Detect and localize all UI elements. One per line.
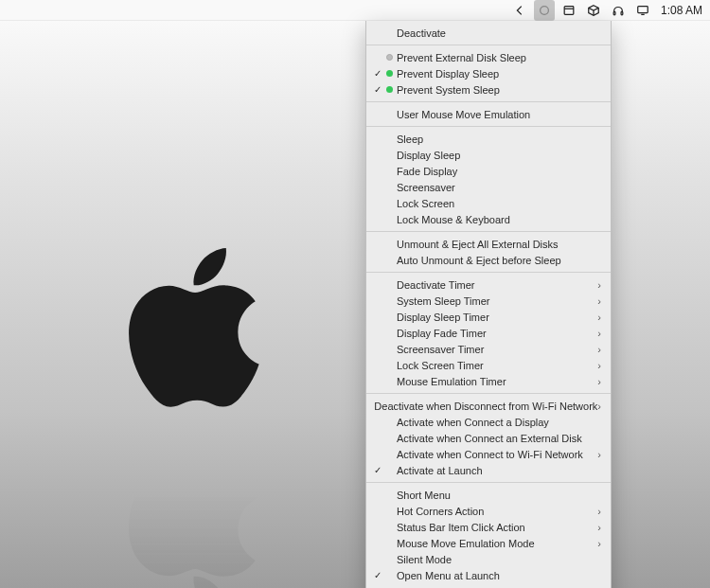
check-icon: ✓ <box>372 464 383 477</box>
chevron-right-icon: › <box>592 278 601 292</box>
menu-item[interactable]: User Mouse Move Emulation <box>366 106 611 122</box>
menu-item-label: Auto Unmount & Eject before Sleep <box>395 254 592 267</box>
menu-item[interactable]: Display Sleep Timer› <box>366 309 611 325</box>
menu-item[interactable]: Short Menu <box>366 487 611 503</box>
chevron-right-icon: › <box>592 448 601 461</box>
menu-item[interactable]: ✓Prevent Display Sleep <box>366 65 611 81</box>
menubar: 1:08 AM <box>0 0 710 21</box>
menu-item-label: Sleep <box>395 133 592 146</box>
menu-item[interactable]: Silent Mode <box>366 551 611 567</box>
menu-separator <box>366 126 611 127</box>
chevron-right-icon: › <box>597 400 601 413</box>
check-icon: ✓ <box>372 569 383 582</box>
menu-separator <box>366 231 611 232</box>
menu-item-label: Deactivate Timer <box>395 278 592 292</box>
chevron-right-icon: › <box>592 521 601 534</box>
menu-item[interactable]: Mouse Emulation Timer› <box>366 373 611 389</box>
menu-item-label: Status Bar Item Click Action <box>395 521 592 534</box>
menu-item-label: Activate when Connect to Wi-Fi Network <box>395 448 592 461</box>
menubar-display-icon[interactable] <box>632 0 653 21</box>
apple-icon <box>109 227 279 426</box>
menu-separator <box>366 482 611 483</box>
menu-item[interactable]: Deactivate when Disconnect from Wi-Fi Ne… <box>366 398 611 414</box>
svg-line-5 <box>594 8 598 10</box>
menu-separator <box>366 45 611 45</box>
menu-item-label: Screensaver Timer <box>395 343 592 356</box>
status-dot-icon <box>383 70 395 77</box>
menu-item[interactable]: Mouse Move Emulation Mode› <box>366 535 611 551</box>
status-dot-icon <box>383 86 395 93</box>
menu-item-label: Deactivate when Disconnect from Wi-Fi Ne… <box>372 400 597 413</box>
menu-item-label: Fade Display <box>395 165 592 178</box>
menu-item[interactable]: ✓Prevent System Sleep <box>366 81 611 98</box>
chevron-right-icon: › <box>592 343 601 356</box>
menu-item[interactable]: Prevent External Disk Sleep <box>366 49 611 65</box>
menu-item-label: Display Sleep Timer <box>395 311 592 324</box>
menu-item[interactable]: Screensaver <box>366 179 611 195</box>
menu-item[interactable]: Sleep <box>366 131 611 147</box>
menu-item[interactable]: Deactivate <box>366 25 611 41</box>
menu-separator <box>366 101 611 102</box>
check-icon: ✓ <box>372 83 383 97</box>
menu-item[interactable]: Display Fade Timer› <box>366 325 611 341</box>
menu-separator <box>366 272 611 273</box>
menu-item[interactable]: ✓Open Menu at Launch <box>366 567 611 583</box>
menu-item[interactable]: ✓Activate at Launch <box>366 462 611 478</box>
menu-item-label: Display Fade Timer <box>395 327 592 340</box>
menu-item[interactable]: Open at Login <box>366 583 611 588</box>
status-dot-icon <box>383 54 395 61</box>
menu-item[interactable]: System Sleep Timer› <box>366 293 611 309</box>
menu-item-label: Lock Screen <box>395 197 592 210</box>
menu-item-label: Mouse Move Emulation Mode <box>395 537 592 550</box>
menubar-chevron-left-icon[interactable] <box>509 0 530 21</box>
menu-item-label: Screensaver <box>395 181 592 194</box>
svg-line-4 <box>589 8 594 10</box>
menu-item[interactable]: Activate when Connect an External Disk <box>366 430 611 446</box>
chevron-right-icon: › <box>592 505 601 518</box>
menu-item[interactable]: Activate when Connect a Display <box>366 414 611 430</box>
menu-item-label: Open Menu at Launch <box>395 569 592 582</box>
menu-item[interactable]: Hot Corners Action› <box>366 503 611 519</box>
menu-item[interactable]: Activate when Connect to Wi-Fi Network› <box>366 446 611 462</box>
svg-point-0 <box>541 6 549 14</box>
chevron-right-icon: › <box>592 537 601 550</box>
menu-item-label: Prevent System Sleep <box>395 83 592 97</box>
menu-item-label: System Sleep Timer <box>395 294 592 308</box>
menu-item-label: Prevent Display Sleep <box>395 67 592 80</box>
menu-item-label: Display Sleep <box>395 149 592 162</box>
menubar-cube-icon[interactable] <box>583 0 604 21</box>
chevron-right-icon: › <box>592 327 601 340</box>
menu-item-label: Open at Login <box>395 585 592 589</box>
menu-item-label: Deactivate <box>395 27 592 40</box>
menu-item[interactable]: Fade Display <box>366 163 611 179</box>
menu-item[interactable]: Display Sleep <box>366 147 611 163</box>
svg-rect-8 <box>621 11 623 15</box>
menu-item-label: Lock Mouse & Keyboard <box>395 213 592 226</box>
menu-item[interactable]: Lock Screen <box>366 195 611 211</box>
menubar-app-icon[interactable] <box>534 0 555 21</box>
chevron-right-icon: › <box>592 359 601 372</box>
menu-item[interactable]: Lock Screen Timer› <box>366 357 611 373</box>
menu-item-label: Unmount & Eject All External Disks <box>395 238 592 251</box>
menu-item-label: Activate when Connect an External Disk <box>395 432 592 445</box>
menu-item-label: Short Menu <box>395 489 592 502</box>
svg-rect-9 <box>638 6 648 12</box>
app-menu-panel: DeactivatePrevent External Disk Sleep✓Pr… <box>365 21 612 588</box>
menu-item-label: Mouse Emulation Timer <box>395 375 592 388</box>
menu-item[interactable]: Lock Mouse & Keyboard <box>366 211 611 227</box>
menu-separator <box>366 393 611 394</box>
menubar-calendar-icon[interactable] <box>559 0 579 21</box>
menu-item[interactable]: Status Bar Item Click Action› <box>366 519 611 535</box>
menubar-headphones-icon[interactable] <box>608 0 629 21</box>
menu-item-label: Activate when Connect a Display <box>395 416 592 429</box>
menu-item[interactable]: Unmount & Eject All External Disks <box>366 236 611 252</box>
menu-item-label: Hot Corners Action <box>395 505 592 518</box>
menu-item[interactable]: Deactivate Timer› <box>366 276 611 293</box>
check-icon: ✓ <box>372 67 383 80</box>
svg-rect-1 <box>564 6 574 14</box>
menubar-clock[interactable]: 1:08 AM <box>661 4 702 17</box>
menu-item[interactable]: Auto Unmount & Eject before Sleep <box>366 252 611 268</box>
desktop-apple-logo <box>109 227 317 530</box>
chevron-right-icon: › <box>592 311 601 324</box>
menu-item[interactable]: Screensaver Timer› <box>366 341 611 357</box>
